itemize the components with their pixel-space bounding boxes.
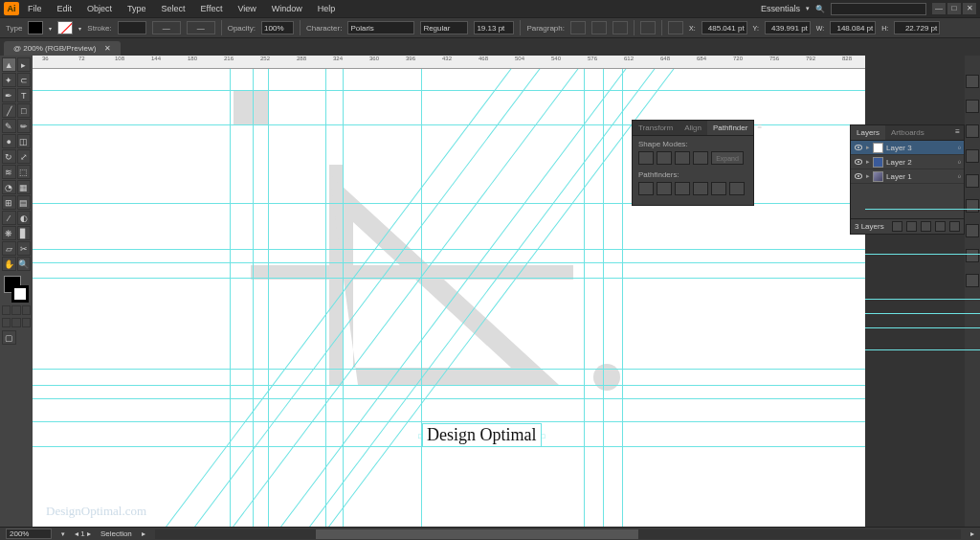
- target-icon[interactable]: ○: [957, 145, 961, 150]
- hand-tool[interactable]: ✋: [2, 257, 16, 271]
- none-mode[interactable]: [22, 305, 31, 315]
- minus-back-button[interactable]: [729, 182, 745, 195]
- transform-button[interactable]: [640, 21, 656, 34]
- menu-window[interactable]: Window: [265, 2, 309, 15]
- expand-arrow-icon[interactable]: ▸: [866, 172, 870, 180]
- symbol-sprayer-tool[interactable]: ❋: [2, 226, 16, 240]
- outline-button[interactable]: [711, 182, 726, 195]
- eyedropper-tool[interactable]: ⁄: [2, 211, 16, 225]
- artboards-tab[interactable]: Artboards: [885, 125, 930, 140]
- scroll-right-icon[interactable]: ▸: [970, 529, 974, 538]
- brushes-panel-icon[interactable]: [966, 124, 979, 138]
- minimize-button[interactable]: —: [932, 3, 946, 14]
- horizontal-ruler[interactable]: 36 72 108 144 180 216 252 288 324 360 39…: [33, 56, 865, 69]
- unite-button[interactable]: [638, 151, 654, 165]
- h-input[interactable]: 22.729 pt: [894, 21, 940, 34]
- target-icon[interactable]: ○: [957, 173, 961, 179]
- menu-file[interactable]: File: [21, 2, 49, 15]
- layer-name[interactable]: Layer 2: [886, 158, 912, 167]
- expand-arrow-icon[interactable]: ▸: [866, 158, 870, 166]
- merge-button[interactable]: [675, 182, 690, 195]
- reference-point[interactable]: [668, 21, 683, 34]
- transform-tab[interactable]: Transform: [633, 121, 679, 135]
- menu-view[interactable]: View: [231, 2, 262, 15]
- swatches-panel-icon[interactable]: [966, 100, 979, 113]
- mesh-tool[interactable]: ⊞: [2, 195, 16, 210]
- menu-type[interactable]: Type: [121, 2, 153, 15]
- artboard-nav[interactable]: ◂ 1 ▸: [75, 529, 91, 538]
- minus-front-button[interactable]: [657, 151, 672, 165]
- layer-row[interactable]: ▸ Layer 1 ○: [851, 169, 964, 184]
- panel-menu-icon[interactable]: ≡: [951, 125, 964, 140]
- visibility-toggle[interactable]: [854, 143, 863, 152]
- perspective-tool[interactable]: ▦: [17, 180, 32, 194]
- intersect-button[interactable]: [675, 151, 690, 165]
- guide-horizontal[interactable]: [33, 369, 865, 370]
- brush-definition[interactable]: —: [187, 21, 215, 34]
- trim-button[interactable]: [657, 182, 672, 195]
- align-left-button[interactable]: [570, 21, 586, 34]
- guide-vertical[interactable]: [253, 69, 254, 527]
- layer-row[interactable]: ▸ Layer 3 ○: [851, 141, 964, 155]
- menu-effect[interactable]: Effect: [194, 2, 230, 15]
- layer-name[interactable]: Layer 1: [886, 172, 912, 181]
- artboard-tool[interactable]: ▱: [2, 241, 16, 256]
- free-transform-tool[interactable]: ⬚: [17, 165, 32, 179]
- stroke-swatch[interactable]: [57, 21, 73, 34]
- guide-horizontal[interactable]: [33, 249, 865, 250]
- font-size-input[interactable]: 19.13 pt: [474, 21, 514, 34]
- width-tool[interactable]: ≋: [2, 165, 16, 179]
- divide-button[interactable]: [638, 182, 654, 195]
- guide-horizontal[interactable]: [33, 278, 865, 279]
- font-style-dropdown[interactable]: Regular: [420, 21, 468, 34]
- x-input[interactable]: 485.041 pt: [702, 21, 747, 34]
- stroke-weight-input[interactable]: [118, 21, 146, 34]
- search-input[interactable]: [831, 3, 926, 15]
- blob-brush-tool[interactable]: ●: [2, 134, 16, 148]
- zoom-tool[interactable]: 🔍: [17, 257, 32, 271]
- blend-tool[interactable]: ◐: [17, 211, 32, 225]
- menu-help[interactable]: Help: [311, 2, 343, 15]
- stroke-color[interactable]: [11, 285, 29, 303]
- eraser-tool[interactable]: ◫: [17, 134, 32, 148]
- symbols-panel-icon[interactable]: [966, 149, 979, 163]
- crop-button[interactable]: [693, 182, 708, 195]
- guide-vertical[interactable]: [268, 69, 269, 527]
- expand-button[interactable]: Expand: [711, 151, 744, 165]
- screen-mode[interactable]: ▢: [2, 330, 16, 345]
- guide-vertical[interactable]: [343, 69, 344, 527]
- type-tool[interactable]: T: [17, 88, 32, 102]
- slice-tool[interactable]: ✂: [17, 241, 32, 256]
- w-input[interactable]: 148.084 pt: [830, 21, 876, 34]
- guide-vertical[interactable]: [325, 69, 326, 527]
- pen-tool[interactable]: ✒: [2, 88, 16, 102]
- draw-inside[interactable]: [22, 318, 31, 327]
- stroke-panel-icon[interactable]: [966, 174, 979, 188]
- visibility-toggle[interactable]: [854, 157, 863, 167]
- rotate-tool[interactable]: ↻: [2, 149, 16, 164]
- guide-vertical[interactable]: [584, 69, 585, 527]
- layer-row[interactable]: ▸ Layer 2 ○: [851, 155, 964, 169]
- close-tab-icon[interactable]: ✕: [104, 44, 111, 53]
- draw-normal[interactable]: [2, 318, 11, 327]
- fill-swatch[interactable]: [28, 21, 43, 34]
- opacity-input[interactable]: 100%: [261, 21, 294, 34]
- shape-builder-tool[interactable]: ◔: [2, 180, 16, 194]
- document-tab[interactable]: @ 200% (RGB/Preview) ✕: [4, 41, 121, 56]
- selection-tool[interactable]: ▲: [2, 57, 16, 72]
- exclude-button[interactable]: [693, 151, 708, 165]
- line-tool[interactable]: ╱: [2, 103, 16, 118]
- variable-width-profile[interactable]: —: [152, 21, 181, 34]
- guide-horizontal[interactable]: [33, 90, 865, 91]
- font-family-dropdown[interactable]: Polaris: [347, 21, 414, 34]
- align-right-button[interactable]: [612, 21, 628, 34]
- guide-horizontal[interactable]: [33, 398, 865, 399]
- workspace-switcher[interactable]: Essentials: [761, 4, 800, 13]
- menu-edit[interactable]: Edit: [51, 2, 79, 15]
- graph-tool[interactable]: ▊: [17, 226, 32, 240]
- pathfinder-tab[interactable]: Pathfinder: [707, 121, 753, 135]
- panel-menu-icon[interactable]: ≡: [753, 121, 766, 135]
- guide-vertical[interactable]: [230, 69, 231, 527]
- lasso-tool[interactable]: ⊂: [17, 73, 32, 87]
- pathfinder-panel[interactable]: Transform Align Pathfinder ≡ Shape Modes…: [632, 120, 754, 206]
